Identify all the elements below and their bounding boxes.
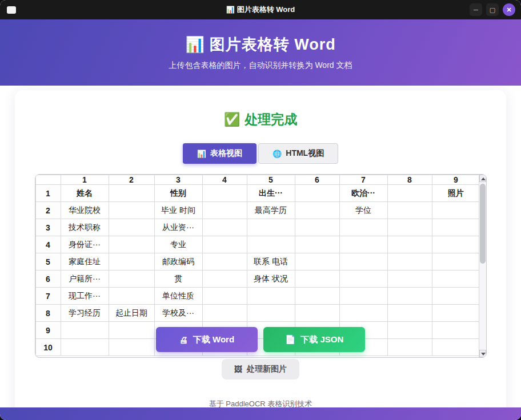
- check-mark-icon: ✅: [224, 112, 241, 127]
- table-cell: [295, 305, 339, 322]
- table-cell: 邮政编码: [154, 253, 202, 270]
- table-cell: [387, 270, 432, 288]
- table-cell: 姓名: [61, 185, 109, 202]
- process-new-image-button[interactable]: 🖼 处理新图片: [222, 359, 299, 379]
- table-cell: [247, 305, 295, 322]
- table-cell: [109, 236, 154, 253]
- table-cell: [109, 270, 154, 288]
- table-row: 7现工作···单位性质: [35, 288, 479, 305]
- download-word-button[interactable]: 🖨 下载 Word: [156, 327, 258, 352]
- table-corner-cell: [35, 175, 61, 185]
- table-cell: 最高学历: [247, 202, 295, 219]
- table-cell: 身份证···: [61, 236, 109, 253]
- table-cell: [295, 270, 339, 288]
- table-row: 3技术职称从业资···: [35, 219, 479, 236]
- table-cell: [109, 253, 154, 270]
- table-cell: [387, 219, 432, 236]
- table-cell: [432, 236, 479, 253]
- row-header: 2: [35, 202, 61, 219]
- table-cell: [339, 305, 387, 322]
- row-header: 6: [35, 270, 61, 288]
- table-row: 5家庭住址邮政编码联系 电话: [35, 253, 479, 270]
- titlebar-title: 📊图片表格转 Word: [0, 5, 521, 15]
- table-cell: [247, 236, 295, 253]
- download-actions: 🖨 下载 Word 📄 下载 JSON: [15, 327, 506, 352]
- table-cell: [247, 219, 295, 236]
- new-image-row: 🖼 处理新图片: [15, 359, 506, 379]
- main-content: ✅处理完成 📊 表格视图 🌐 HTML视图 1234567891姓名性别出生··…: [0, 86, 521, 407]
- app-window-icon[interactable]: [7, 6, 16, 14]
- row-header: 7: [35, 288, 61, 305]
- table-cell: 单位性质: [154, 288, 202, 305]
- table-cell: [387, 253, 432, 270]
- table-row: 2华业院校毕业 时间最高学历学位: [35, 202, 479, 219]
- table-cell: 欧治···: [339, 185, 387, 202]
- footer-credit: 基于 PaddleOCR 表格识别技术: [15, 399, 506, 407]
- titlebar: 📊图片表格转 Word ─ ▢ ✕: [0, 0, 521, 19]
- row-header: 5: [35, 253, 61, 270]
- status-text: 处理完成: [245, 112, 297, 127]
- process-new-image-label: 处理新图片: [247, 364, 287, 374]
- download-json-button[interactable]: 📄 下载 JSON: [263, 327, 365, 352]
- page-title: 📊图片表格转 Word: [0, 34, 521, 55]
- table-cell: 专业: [154, 236, 202, 253]
- row-header: 8: [35, 305, 61, 322]
- view-tabs: 📊 表格视图 🌐 HTML视图: [15, 143, 506, 164]
- table-cell: [387, 202, 432, 219]
- table-cell: [202, 253, 247, 270]
- table-cell: [432, 202, 479, 219]
- table-cell: [109, 202, 154, 219]
- table-cell: [202, 288, 247, 305]
- table-cell: [295, 185, 339, 202]
- column-header: 9: [432, 175, 479, 185]
- table-cell: 毕业 时间: [154, 202, 202, 219]
- table-cell: [339, 219, 387, 236]
- table-cell: 联系 电话: [247, 253, 295, 270]
- table-row: 1姓名性别出生···欧治···照片: [35, 185, 479, 202]
- table-cell: 户籍所···: [61, 270, 109, 288]
- table-cell: 现工作···: [61, 288, 109, 305]
- page-title-text: 图片表格转 Word: [210, 36, 336, 53]
- table-cell: [202, 185, 247, 202]
- tab-html-view[interactable]: 🌐 HTML视图: [258, 143, 338, 164]
- tab-table-view[interactable]: 📊 表格视图: [183, 143, 257, 164]
- table-cell: [202, 202, 247, 219]
- table-cell: [295, 219, 339, 236]
- status-message: ✅处理完成: [15, 111, 506, 128]
- table-cell: [202, 305, 247, 322]
- row-header: 4: [35, 236, 61, 253]
- globe-icon: 🌐: [272, 150, 282, 158]
- header-banner: 📊图片表格转 Word 上传包含表格的图片，自动识别并转换为 Word 文档: [0, 19, 521, 86]
- table-cell: 学位: [339, 202, 387, 219]
- bar-chart-icon: 📊: [197, 150, 206, 158]
- table-cell: 身体 状况: [247, 270, 295, 288]
- table-cell: [339, 270, 387, 288]
- table-cell: [295, 288, 339, 305]
- app-window: 📊图片表格转 Word ─ ▢ ✕ 📊图片表格转 Word 上传包含表格的图片，…: [0, 0, 521, 420]
- table-cell: [432, 253, 479, 270]
- page-subtitle: 上传包含表格的图片，自动识别并转换为 Word 文档: [0, 60, 521, 71]
- table-cell: [432, 270, 479, 288]
- table-row: 8学习经历起止日期学校及···: [35, 305, 479, 322]
- document-icon: 📄: [285, 334, 296, 345]
- scroll-up-icon[interactable]: [479, 175, 486, 182]
- scrollbar-thumb[interactable]: [480, 184, 486, 264]
- table-cell: [295, 202, 339, 219]
- titlebar-title-text: 图片表格转 Word: [237, 5, 295, 14]
- column-header: 4: [202, 175, 247, 185]
- table-cell: 出生···: [247, 185, 295, 202]
- table-cell: [339, 288, 387, 305]
- table-row: 6户籍所···贯身体 状况: [35, 270, 479, 288]
- window-controls: ─ ▢ ✕: [470, 3, 515, 16]
- download-json-label: 下载 JSON: [300, 334, 343, 345]
- download-word-label: 下载 Word: [193, 334, 234, 345]
- table-cell: [432, 305, 479, 322]
- row-header: 3: [35, 219, 61, 236]
- minimize-button[interactable]: ─: [470, 3, 482, 16]
- table-cell: [109, 185, 154, 202]
- table-cell: [295, 236, 339, 253]
- column-header: 6: [295, 175, 339, 185]
- bar-chart-icon: 📊: [185, 36, 205, 53]
- maximize-button[interactable]: ▢: [486, 3, 499, 16]
- close-button[interactable]: ✕: [503, 3, 515, 16]
